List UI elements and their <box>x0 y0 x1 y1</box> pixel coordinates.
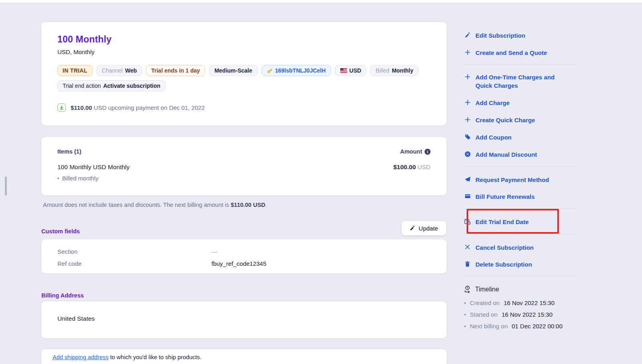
pencil-icon <box>464 32 471 38</box>
sidebar-item-delete-subscription[interactable]: Delete Subscription <box>464 260 532 269</box>
bullet-icon <box>464 302 466 304</box>
sidebar-item-create-quick-charge[interactable]: Create Quick Charge <box>464 116 535 124</box>
credit-card-icon <box>464 193 471 199</box>
sidebar-divider <box>464 276 576 276</box>
sidebar-divider <box>464 235 576 235</box>
item-currency: USD <box>417 164 431 170</box>
items-header: Items (1) <box>57 148 81 155</box>
sidebar-item-bill-future-renewals[interactable]: Bill Future Renewals <box>464 192 535 201</box>
update-button-label: Update <box>419 225 438 232</box>
status-badge: IN TRIAL <box>57 65 93 76</box>
custom-field-label: Section <box>57 248 211 255</box>
subscription-subtitle: USD, Monthly <box>57 49 431 55</box>
sidebar-item-create-quote[interactable]: Create and Send a Quote <box>464 49 547 57</box>
channel-label: Channel <box>102 67 123 74</box>
trial-end-action-badge: Trial end action Activate subscription <box>57 80 166 91</box>
us-flag-icon <box>340 68 347 73</box>
item-amount: $100.00 <box>393 164 416 170</box>
plus-icon <box>464 74 471 80</box>
channel-badge: Channel Web <box>97 65 142 76</box>
shipping-helper-text: to which you'd like to ship products. <box>108 354 201 360</box>
item-row: 100 Monthly USD Monthly $100.00USD <box>57 164 431 171</box>
custom-fields-heading: Custom fields <box>41 228 80 235</box>
upcoming-payment-row: $110.00 USD upcoming payment on Dec 01, … <box>57 103 431 112</box>
custom-fields-card: Section — Ref code fbuy_ref_code12345 <box>41 239 447 273</box>
scale-badge: Medium-Scale <box>209 65 257 76</box>
billed-value: Monthly <box>392 67 413 74</box>
shipping-address-card: Add shipping address to which you'd like… <box>41 349 447 364</box>
timeline-entry: Created on 16 Nov 2022 15:30 <box>464 299 555 306</box>
items-card: Items (1) Amount i 100 Monthly USD Month… <box>41 137 447 195</box>
plus-icon <box>464 117 471 123</box>
plus-icon <box>464 99 471 105</box>
item-name: 100 Monthly USD Monthly <box>57 164 130 171</box>
custom-field-row: Section — <box>57 248 431 255</box>
sidebar-item-add-one-time-charges[interactable]: Add One-Time Charges and Quick Charges <box>464 73 569 90</box>
billing-address-card: United States <box>41 301 447 338</box>
sidebar-item-add-manual-discount[interactable]: Add Manual Discount <box>464 150 537 159</box>
item-billing-note: Billed monthly <box>57 175 431 182</box>
sidebar-item-edit-subscription[interactable]: Edit Subscription <box>464 31 525 40</box>
tag-icon <box>464 134 471 140</box>
plus-icon <box>464 49 471 55</box>
bullet-icon <box>57 178 59 179</box>
sidebar-item-request-payment-method[interactable]: Request Payment Method <box>464 176 549 184</box>
custom-field-value: — <box>211 248 217 255</box>
trial-ends-badge: Trial ends in 1 day <box>146 65 205 76</box>
key-icon <box>267 68 273 74</box>
billing-address-value: United States <box>57 315 95 322</box>
actions-sidebar: Edit Subscription Create and Send a Quot… <box>464 0 577 364</box>
trial-end-action-label: Trial end action <box>63 83 101 89</box>
bullet-icon <box>464 314 466 315</box>
badge-row-1: IN TRIAL Channel Web Trial ends in 1 day… <box>57 65 431 76</box>
x-icon <box>464 244 471 250</box>
timeline-heading: Timeline <box>464 285 499 293</box>
subscription-summary-card: 100 Monthly USD, Monthly IN TRIAL Channe… <box>41 22 447 125</box>
billed-badge: Billed Monthly <box>370 65 419 76</box>
sidebar-item-cancel-subscription[interactable]: Cancel Subscription <box>464 243 534 252</box>
send-icon <box>464 176 471 182</box>
billed-label: Billed <box>376 67 389 74</box>
payment-download-icon <box>57 103 66 112</box>
update-button[interactable]: Update <box>401 220 447 236</box>
currency-badge: USD <box>335 65 367 76</box>
left-scrollbar-thumb[interactable] <box>5 176 7 196</box>
billing-address-heading: Billing Address <box>41 292 84 299</box>
timeline-entry: Started on 16 Nov 2022 15:30 <box>464 311 553 318</box>
sidebar-divider <box>464 64 576 65</box>
custom-field-label: Ref code <box>57 260 211 267</box>
badge-row-2: Trial end action Activate subscription <box>57 80 431 91</box>
bullet-icon <box>464 326 466 327</box>
upcoming-payment-amount: $110.00 <box>71 104 92 111</box>
subscription-title: 100 Monthly <box>57 34 431 45</box>
upcoming-payment-text: USD upcoming payment on Dec 01, 2022 <box>94 104 205 111</box>
timeline-entry: Next billing on 01 Dec 2022 00:00 <box>464 323 563 330</box>
trash-icon <box>464 261 471 267</box>
currency-value: USD <box>349 67 362 74</box>
subscription-id: 169lsbTNLJ0JCelH <box>275 67 326 74</box>
timeline-icon <box>464 285 471 293</box>
sidebar-item-add-charge[interactable]: Add Charge <box>464 99 510 107</box>
pencil-icon <box>410 225 415 231</box>
sidebar-item-edit-trial-end-date[interactable]: Edit Trial End Date <box>464 218 529 226</box>
channel-value: Web <box>125 67 137 74</box>
subscription-id-badge[interactable]: 169lsbTNLJ0JCelH <box>262 65 331 76</box>
sidebar-item-add-coupon[interactable]: Add Coupon <box>464 133 512 142</box>
amount-header: Amount <box>400 148 422 155</box>
custom-field-row: Ref code fbuy_ref_code12345 <box>57 260 431 267</box>
discount-badge-icon <box>464 151 471 157</box>
sidebar-divider <box>464 166 576 167</box>
sidebar-divider <box>464 208 576 209</box>
add-shipping-address-link[interactable]: Add shipping address <box>53 354 108 360</box>
amount-footnote: Amount does not include taxes and discou… <box>43 202 267 208</box>
trial-end-action-value: Activate subscription <box>103 83 160 89</box>
info-icon[interactable]: i <box>425 149 431 155</box>
custom-field-value: fbuy_ref_code12345 <box>211 260 266 267</box>
calendar-clock-icon <box>464 218 471 225</box>
